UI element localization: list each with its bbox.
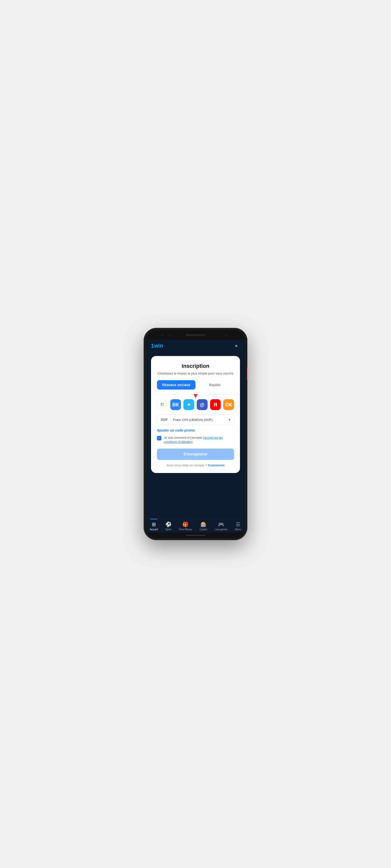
register-button[interactable]: S'enregistrer — [157, 448, 234, 460]
phone-speaker — [186, 334, 205, 336]
vk-label: ВК — [172, 402, 179, 408]
modal-subtitle: Choisissez le moyen le plus simple pour … — [157, 371, 234, 376]
nav-label-sport: Sport — [165, 528, 171, 531]
side-button — [247, 367, 248, 380]
yandex-icon[interactable]: Я — [210, 399, 221, 410]
ok-icon[interactable]: ОК — [223, 399, 234, 410]
currency-name: Franc CFA (UEMOA) (XOF) — [173, 418, 229, 422]
gift-icon: 🎁 — [183, 521, 189, 527]
tab-social[interactable]: Réseaux sociaux — [157, 380, 196, 390]
menu-icon: ☰ — [236, 521, 240, 527]
sport-icon: ⚽ — [165, 521, 171, 527]
app-header: 1win × — [146, 340, 245, 352]
modal-title: Inscription — [157, 363, 234, 369]
nav-label-accueil: Accueil — [150, 528, 158, 531]
nav-label-menu: Menu — [235, 528, 241, 531]
currency-code: XOF — [161, 418, 171, 422]
login-link[interactable]: Connexion — [208, 463, 224, 467]
home-icon: ⊞ — [152, 521, 156, 527]
app-logo: 1win — [151, 343, 163, 349]
arrow-indicator: ▼ — [192, 392, 199, 400]
controller-icon: 🎮 — [218, 521, 224, 527]
nav-label-free-money: Free Money — [179, 528, 192, 531]
tab-quick[interactable]: Rapide — [196, 380, 234, 390]
nav-item-casino[interactable]: 🎰 Casino — [197, 521, 210, 531]
google-icon[interactable]: G — [157, 399, 168, 410]
close-button[interactable]: × — [232, 342, 240, 349]
ok-label: ОК — [225, 402, 232, 408]
mail-symbol: @ — [200, 402, 205, 408]
nav-item-free-money[interactable]: 🎁 Free Money — [176, 521, 195, 531]
nav-item-live-games[interactable]: 🎮 Live-games — [212, 521, 230, 531]
logo-text: win — [154, 343, 163, 349]
terms-checkbox[interactable] — [157, 436, 161, 440]
telegram-icon[interactable]: ✈ — [184, 399, 194, 410]
phone-notch — [146, 330, 245, 340]
terms-row: Je suis conscient et j'accepte l'accord … — [157, 436, 234, 444]
login-row: Avez-vous déjà un compte ? Connexion — [157, 463, 234, 467]
casino-icon: 🎰 — [200, 521, 206, 527]
social-icons-row: ▼ G ВК ✈ @ Я — [157, 399, 234, 410]
google-g-letter: G — [161, 402, 164, 407]
camera-right — [168, 334, 171, 337]
phone-bottom-bar — [146, 533, 245, 538]
phone-screen: 1win × Inscription Choisissez le moyen l… — [146, 330, 245, 538]
phone-device: 1win × Inscription Choisissez le moyen l… — [144, 328, 247, 540]
registration-modal: Inscription Choisissez le moyen le plus … — [151, 356, 240, 473]
camera-left — [161, 334, 164, 337]
nav-item-accueil[interactable]: ⊞ Accueil — [147, 521, 160, 531]
logo-accent: 1 — [151, 343, 154, 349]
login-question: Avez-vous déjà un compte ? — [167, 463, 207, 467]
mailru-icon[interactable]: @ — [197, 399, 207, 410]
yandex-label: Я — [214, 402, 217, 408]
terms-text-before: Je suis conscient et j'accepte — [164, 436, 203, 439]
app-content: Inscription Choisissez le moyen le plus … — [146, 352, 245, 519]
vk-icon[interactable]: ВК — [170, 399, 181, 410]
bottom-nav: ⊞ Accueil ⚽ Sport 🎁 Free Money 🎰 Casino … — [146, 519, 245, 533]
bottom-indicator — [186, 535, 205, 536]
terms-text: Je suis conscient et j'accepte l'accord … — [164, 436, 234, 444]
nav-item-sport[interactable]: ⚽ Sport — [163, 521, 174, 531]
tab-group: Réseaux sociaux Rapide — [157, 380, 234, 390]
front-camera — [225, 334, 228, 337]
telegram-symbol: ✈ — [187, 402, 191, 407]
chevron-down-icon: ▾ — [229, 418, 230, 422]
nav-label-casino: Casino — [199, 528, 207, 531]
currency-selector[interactable]: XOF Franc CFA (UEMOA) (XOF) ▾ — [157, 414, 234, 425]
nav-item-menu[interactable]: ☰ Menu — [232, 521, 244, 531]
nav-label-live-games: Live-games — [215, 528, 228, 531]
promo-code-link[interactable]: Ajouter un code promo — [157, 428, 234, 432]
